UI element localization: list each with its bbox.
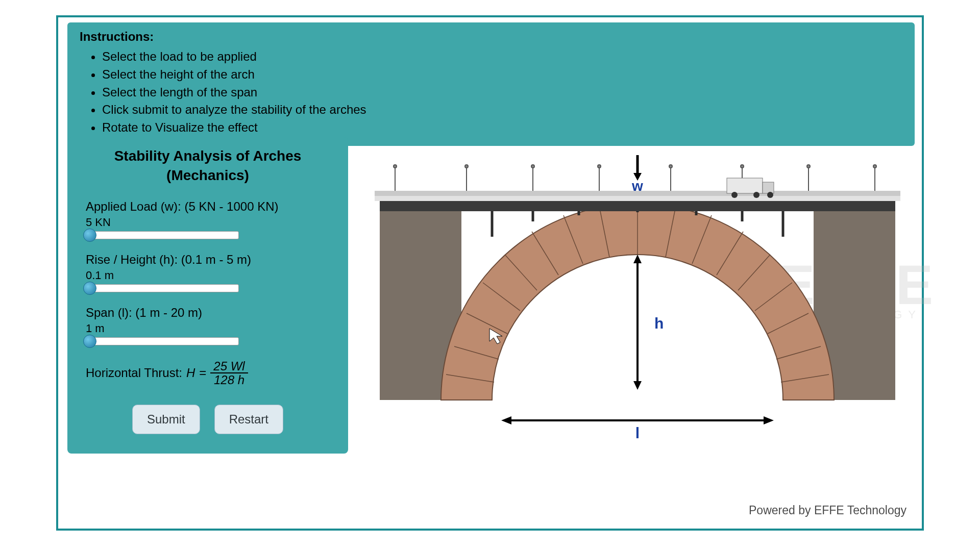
deck-road [375, 196, 900, 201]
formula-fraction: 25 Wl 128 h [210, 360, 248, 386]
svg-point-25 [394, 165, 397, 168]
svg-marker-48 [633, 255, 642, 263]
span-dim-label: l [635, 424, 640, 441]
applied-load-value: 5 KN [86, 216, 330, 229]
svg-point-43 [753, 192, 760, 198]
svg-rect-40 [727, 178, 763, 193]
panel-title: Stability Analysis of Arches (Mechanics) [86, 146, 330, 185]
svg-point-42 [731, 192, 738, 198]
svg-point-39 [873, 165, 876, 168]
span-dimension: l [501, 416, 774, 441]
formula-numerator: 25 Wl [210, 360, 248, 373]
control-panel: Stability Analysis of Arches (Mechanics)… [67, 137, 348, 454]
applied-load-group: Applied Load (w): (5 KN - 1000 KN) 5 KN [86, 199, 330, 239]
height-dimension: h [633, 255, 664, 390]
instruction-item: Rotate to Visualize the effect [102, 119, 902, 137]
instructions-box: Instructions: Select the load to be appl… [67, 22, 915, 146]
svg-rect-41 [763, 182, 774, 193]
span-group: Span (l): (1 m - 20 m) 1 m [86, 306, 330, 345]
instruction-item: Click submit to analyze the stability of… [102, 101, 902, 119]
formula-denominator: 128 h [211, 373, 248, 386]
svg-point-33 [669, 165, 672, 168]
submit-button[interactable]: Submit [132, 405, 200, 434]
svg-marker-52 [764, 416, 774, 424]
span-slider[interactable] [86, 337, 239, 345]
span-value: 1 m [86, 322, 330, 335]
load-arrow: w [631, 155, 643, 194]
svg-point-35 [741, 165, 744, 168]
instructions-title: Instructions: [80, 30, 902, 44]
svg-point-37 [807, 165, 810, 168]
restart-button[interactable]: Restart [214, 405, 283, 434]
span-label: Span (l): (1 m - 20 m) [86, 306, 330, 320]
panel-title-line1: Stability Analysis of Arches [114, 148, 302, 164]
page-frame: Instructions: Select the load to be appl… [56, 15, 924, 531]
rise-height-group: Rise / Height (h): (0.1 m - 5 m) 0.1 m [86, 253, 330, 292]
svg-point-44 [767, 192, 773, 198]
formula-symbol: H [186, 366, 195, 380]
height-label: h [654, 315, 664, 332]
instruction-item: Select the length of the span [102, 84, 902, 102]
arch-diagram[interactable]: w h l [375, 155, 900, 461]
rise-height-value: 0.1 m [86, 269, 330, 282]
applied-load-slider[interactable] [86, 231, 239, 239]
formula-equals: = [199, 366, 206, 380]
button-row: Submit Restart [86, 405, 330, 434]
rise-height-slider[interactable] [86, 284, 239, 292]
instruction-item: Select the load to be applied [102, 48, 902, 66]
rise-height-thumb[interactable] [83, 282, 96, 295]
load-label: w [631, 178, 643, 194]
instruction-item: Select the height of the arch [102, 66, 902, 84]
panel-title-line2: (Mechanics) [166, 167, 249, 183]
formula-row: Horizontal Thrust: H = 25 Wl 128 h [86, 360, 330, 386]
svg-marker-51 [501, 416, 511, 424]
svg-point-27 [465, 165, 468, 168]
svg-marker-49 [633, 381, 642, 390]
svg-point-29 [531, 165, 534, 168]
applied-load-label: Applied Load (w): (5 KN - 1000 KN) [86, 199, 330, 214]
applied-load-thumb[interactable] [83, 229, 96, 242]
svg-point-31 [598, 165, 601, 168]
instructions-list: Select the load to be applied Select the… [102, 48, 902, 137]
footer-text: Powered by EFFE Technology [749, 504, 906, 517]
span-thumb[interactable] [83, 335, 96, 348]
formula-prefix: Horizontal Thrust: [86, 366, 182, 380]
rise-height-label: Rise / Height (h): (0.1 m - 5 m) [86, 253, 330, 267]
deck-beam [380, 201, 895, 211]
arch-svg: w h l [375, 155, 900, 461]
